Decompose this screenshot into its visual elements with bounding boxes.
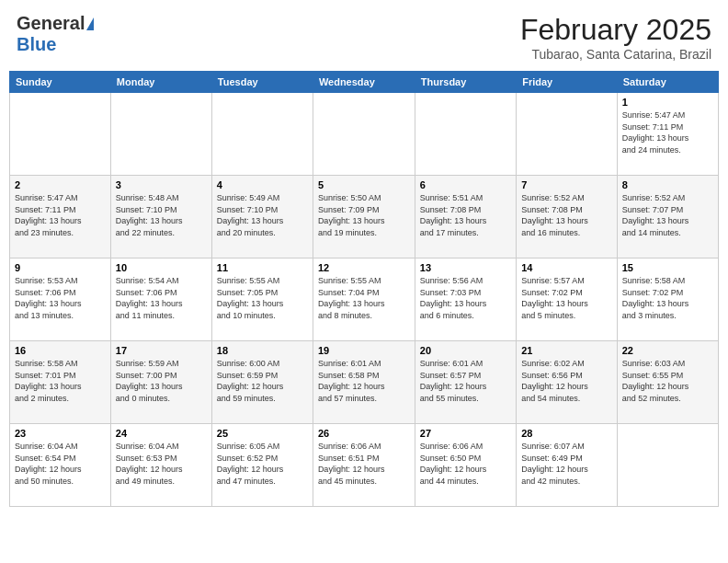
calendar-cell: 11Sunrise: 5:55 AM Sunset: 7:05 PM Dayli… (211, 259, 313, 341)
page-title: February 2025 (520, 13, 711, 47)
day-detail: Sunrise: 6:04 AM Sunset: 6:54 PM Dayligh… (15, 441, 106, 487)
calendar-cell: 7Sunrise: 5:52 AM Sunset: 7:08 PM Daylig… (517, 176, 618, 259)
calendar-cell: 12Sunrise: 5:55 AM Sunset: 7:04 PM Dayli… (313, 259, 415, 341)
calendar-cell (313, 93, 415, 176)
calendar-week-row: 23Sunrise: 6:04 AM Sunset: 6:54 PM Dayli… (10, 424, 719, 507)
day-number: 16 (15, 345, 106, 356)
day-detail: Sunrise: 6:01 AM Sunset: 6:57 PM Dayligh… (420, 358, 511, 404)
day-number: 2 (15, 179, 106, 190)
day-detail: Sunrise: 6:00 AM Sunset: 6:59 PM Dayligh… (217, 358, 308, 404)
day-detail: Sunrise: 5:55 AM Sunset: 7:04 PM Dayligh… (318, 275, 410, 321)
day-number: 22 (622, 345, 713, 356)
day-number: 21 (521, 345, 612, 356)
day-detail: Sunrise: 5:54 AM Sunset: 7:06 PM Dayligh… (116, 275, 207, 321)
calendar-cell (617, 424, 718, 507)
day-detail: Sunrise: 5:59 AM Sunset: 7:00 PM Dayligh… (116, 358, 207, 404)
day-detail: Sunrise: 5:58 AM Sunset: 7:02 PM Dayligh… (622, 275, 713, 321)
day-detail: Sunrise: 5:50 AM Sunset: 7:09 PM Dayligh… (318, 192, 410, 238)
day-number: 14 (521, 262, 612, 273)
day-number: 8 (622, 179, 713, 190)
calendar-cell: 26Sunrise: 6:06 AM Sunset: 6:51 PM Dayli… (313, 424, 415, 507)
calendar-cell: 16Sunrise: 5:58 AM Sunset: 7:01 PM Dayli… (10, 341, 111, 424)
calendar-cell: 22Sunrise: 6:03 AM Sunset: 6:55 PM Dayli… (617, 341, 718, 424)
day-number: 20 (420, 345, 511, 356)
calendar-cell: 21Sunrise: 6:02 AM Sunset: 6:56 PM Dayli… (517, 341, 618, 424)
logo: General Blue (17, 13, 94, 55)
calendar-cell (415, 93, 516, 176)
day-number: 12 (318, 262, 410, 273)
day-number: 5 (318, 179, 410, 190)
calendar-week-row: 9Sunrise: 5:53 AM Sunset: 7:06 PM Daylig… (10, 259, 719, 341)
day-detail: Sunrise: 5:51 AM Sunset: 7:08 PM Dayligh… (420, 192, 511, 238)
calendar-cell: 5Sunrise: 5:50 AM Sunset: 7:09 PM Daylig… (313, 176, 415, 259)
header-row: SundayMondayTuesdayWednesdayThursdayFrid… (10, 72, 719, 93)
day-detail: Sunrise: 5:52 AM Sunset: 7:07 PM Dayligh… (622, 192, 713, 238)
calendar-cell: 9Sunrise: 5:53 AM Sunset: 7:06 PM Daylig… (10, 259, 111, 341)
day-detail: Sunrise: 6:05 AM Sunset: 6:52 PM Dayligh… (217, 441, 308, 487)
day-number: 1 (622, 97, 713, 108)
title-block: February 2025 Tubarao, Santa Catarina, B… (520, 13, 711, 62)
day-number: 28 (521, 428, 612, 439)
calendar-cell: 25Sunrise: 6:05 AM Sunset: 6:52 PM Dayli… (211, 424, 313, 507)
day-number: 15 (622, 262, 713, 273)
calendar-cell: 28Sunrise: 6:07 AM Sunset: 6:49 PM Dayli… (517, 424, 618, 507)
calendar-cell: 27Sunrise: 6:06 AM Sunset: 6:50 PM Dayli… (415, 424, 516, 507)
day-detail: Sunrise: 6:02 AM Sunset: 6:56 PM Dayligh… (521, 358, 612, 404)
day-number: 6 (420, 179, 511, 190)
day-detail: Sunrise: 6:01 AM Sunset: 6:58 PM Dayligh… (318, 358, 410, 404)
day-number: 23 (15, 428, 106, 439)
calendar-cell: 3Sunrise: 5:48 AM Sunset: 7:10 PM Daylig… (110, 176, 211, 259)
day-detail: Sunrise: 6:06 AM Sunset: 6:51 PM Dayligh… (318, 441, 410, 487)
day-number: 18 (217, 345, 308, 356)
day-detail: Sunrise: 5:56 AM Sunset: 7:03 PM Dayligh… (420, 275, 511, 321)
calendar-cell: 10Sunrise: 5:54 AM Sunset: 7:06 PM Dayli… (110, 259, 211, 341)
day-of-week-header: Monday (110, 72, 211, 93)
calendar-cell: 14Sunrise: 5:57 AM Sunset: 7:02 PM Dayli… (517, 259, 618, 341)
calendar-header: SundayMondayTuesdayWednesdayThursdayFrid… (10, 72, 719, 93)
day-number: 4 (217, 179, 308, 190)
day-detail: Sunrise: 6:03 AM Sunset: 6:55 PM Dayligh… (622, 358, 713, 404)
day-detail: Sunrise: 5:52 AM Sunset: 7:08 PM Dayligh… (521, 192, 612, 238)
day-number: 25 (217, 428, 308, 439)
day-detail: Sunrise: 5:57 AM Sunset: 7:02 PM Dayligh… (521, 275, 612, 321)
logo-triangle-icon (86, 17, 94, 30)
day-number: 17 (116, 345, 207, 356)
calendar-cell: 18Sunrise: 6:00 AM Sunset: 6:59 PM Dayli… (211, 341, 313, 424)
day-detail: Sunrise: 5:47 AM Sunset: 7:11 PM Dayligh… (622, 109, 713, 155)
logo-blue-text: Blue (17, 34, 56, 55)
page-subtitle: Tubarao, Santa Catarina, Brazil (520, 47, 711, 62)
calendar-cell: 6Sunrise: 5:51 AM Sunset: 7:08 PM Daylig… (415, 176, 516, 259)
day-number: 7 (521, 179, 612, 190)
day-of-week-header: Wednesday (313, 72, 415, 93)
calendar-cell: 13Sunrise: 5:56 AM Sunset: 7:03 PM Dayli… (415, 259, 516, 341)
calendar-cell (211, 93, 313, 176)
page-header: General Blue February 2025 Tubarao, Sant… (9, 9, 719, 65)
day-detail: Sunrise: 5:48 AM Sunset: 7:10 PM Dayligh… (116, 192, 207, 238)
day-number: 26 (318, 428, 410, 439)
calendar-cell: 4Sunrise: 5:49 AM Sunset: 7:10 PM Daylig… (211, 176, 313, 259)
day-detail: Sunrise: 5:47 AM Sunset: 7:11 PM Dayligh… (15, 192, 106, 238)
day-of-week-header: Tuesday (211, 72, 313, 93)
calendar-body: 1Sunrise: 5:47 AM Sunset: 7:11 PM Daylig… (10, 93, 719, 507)
calendar-cell: 17Sunrise: 5:59 AM Sunset: 7:00 PM Dayli… (110, 341, 211, 424)
day-detail: Sunrise: 6:07 AM Sunset: 6:49 PM Dayligh… (521, 441, 612, 487)
day-number: 27 (420, 428, 511, 439)
calendar-cell: 15Sunrise: 5:58 AM Sunset: 7:02 PM Dayli… (617, 259, 718, 341)
day-number: 13 (420, 262, 511, 273)
calendar-cell: 24Sunrise: 6:04 AM Sunset: 6:53 PM Dayli… (110, 424, 211, 507)
calendar-cell: 8Sunrise: 5:52 AM Sunset: 7:07 PM Daylig… (617, 176, 718, 259)
day-number: 11 (217, 262, 308, 273)
day-of-week-header: Friday (517, 72, 618, 93)
logo-general-text: General (17, 13, 85, 33)
calendar-cell (10, 93, 111, 176)
day-detail: Sunrise: 5:49 AM Sunset: 7:10 PM Dayligh… (217, 192, 308, 238)
calendar-cell: 2Sunrise: 5:47 AM Sunset: 7:11 PM Daylig… (10, 176, 111, 259)
calendar-cell: 20Sunrise: 6:01 AM Sunset: 6:57 PM Dayli… (415, 341, 516, 424)
day-number: 19 (318, 345, 410, 356)
calendar-week-row: 16Sunrise: 5:58 AM Sunset: 7:01 PM Dayli… (10, 341, 719, 424)
day-number: 24 (116, 428, 207, 439)
calendar-cell: 23Sunrise: 6:04 AM Sunset: 6:54 PM Dayli… (10, 424, 111, 507)
day-of-week-header: Thursday (415, 72, 516, 93)
day-number: 10 (116, 262, 207, 273)
calendar-week-row: 1Sunrise: 5:47 AM Sunset: 7:11 PM Daylig… (10, 93, 719, 176)
